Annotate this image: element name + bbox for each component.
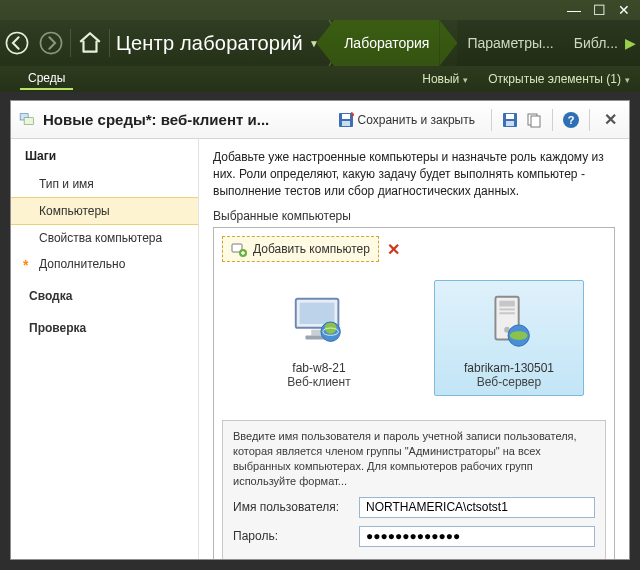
new-dropdown[interactable]: Новый [422, 72, 468, 86]
step-summary[interactable]: Сводка [11, 283, 198, 309]
machine-name: fab-w8-21 [251, 361, 387, 375]
page-title[interactable]: Центр лабораторий [112, 32, 309, 55]
tab-library[interactable]: Библ...▶ [564, 20, 640, 66]
minimize-icon[interactable]: — [567, 2, 581, 18]
svg-rect-10 [506, 121, 514, 126]
step-verify[interactable]: Проверка [11, 315, 198, 341]
username-label: Имя пользователя: [233, 500, 351, 514]
svg-point-1 [40, 32, 61, 53]
svg-rect-23 [499, 309, 515, 311]
asterisk-icon: * [23, 257, 28, 273]
password-label: Пароль: [233, 529, 351, 543]
panel-title: Новые среды*: веб-клиент и... [43, 111, 269, 128]
add-computer-icon [231, 241, 247, 257]
instructions-text: Добавьте уже настроенные компьютеры и на… [213, 149, 615, 199]
svg-rect-22 [499, 301, 515, 307]
close-window-icon[interactable]: ✕ [618, 2, 630, 18]
svg-rect-6 [342, 121, 350, 126]
help-icon[interactable]: ? [563, 112, 579, 128]
maximize-icon[interactable]: ☐ [593, 2, 606, 18]
step-advanced[interactable]: *Дополнительно [11, 251, 198, 277]
svg-text:✕: ✕ [350, 112, 354, 120]
svg-rect-9 [506, 114, 514, 119]
machine-role: Веб-сервер [441, 375, 577, 389]
scroll-right-icon[interactable]: ▶ [625, 35, 636, 51]
selected-computers-label: Выбранные компьютеры [213, 209, 615, 223]
subtab-environments[interactable]: Среды [20, 68, 73, 90]
copy-icon[interactable] [526, 112, 542, 128]
domain-value: NORTHAMERICA [359, 555, 456, 559]
server-tower-icon [441, 287, 577, 357]
step-computer-props[interactable]: Свойства компьютера [11, 225, 198, 251]
home-button[interactable] [73, 20, 107, 66]
credentials-desc: Введите имя пользователя и пароль учетно… [233, 429, 595, 488]
step-computers[interactable]: Компьютеры [11, 197, 198, 225]
machine-item-server[interactable]: fabrikam-130501 Веб-сервер [434, 280, 584, 396]
username-input[interactable] [359, 497, 595, 518]
tab-params[interactable]: Параметры... [457, 20, 563, 66]
remove-computer-button[interactable]: ✕ [387, 240, 400, 259]
svg-rect-3 [24, 117, 33, 124]
back-button[interactable] [0, 20, 34, 66]
machine-name: fabrikam-130501 [441, 361, 577, 375]
monitor-icon [251, 287, 387, 357]
forward-button[interactable] [34, 20, 68, 66]
save-close-icon: ✕ [338, 112, 354, 128]
save-and-close-button[interactable]: ✕ Сохранить и закрыть [332, 110, 481, 130]
open-items-dropdown[interactable]: Открытые элементы (1) [488, 72, 630, 86]
password-input[interactable] [359, 526, 595, 547]
close-panel-icon[interactable]: ✕ [600, 110, 621, 129]
svg-rect-5 [342, 114, 350, 119]
environment-windows-icon [19, 112, 35, 128]
domain-label: Домен: [233, 557, 351, 559]
step-type-name[interactable]: Тип и имя [11, 171, 198, 197]
add-computer-button[interactable]: Добавить компьютер [222, 236, 379, 262]
svg-rect-24 [499, 313, 515, 315]
svg-point-0 [6, 32, 27, 53]
machine-item-client[interactable]: fab-w8-21 Веб-клиент [244, 280, 394, 396]
save-icon[interactable] [502, 112, 518, 128]
svg-rect-12 [531, 116, 540, 127]
svg-rect-16 [300, 303, 335, 324]
steps-header: Шаги [11, 149, 198, 171]
tab-lab[interactable]: Лаборатория [334, 20, 439, 66]
credentials-box: Введите имя пользователя и пароль учетно… [222, 420, 606, 559]
machines-box: Добавить компьютер ✕ [213, 227, 615, 559]
machine-role: Веб-клиент [251, 375, 387, 389]
